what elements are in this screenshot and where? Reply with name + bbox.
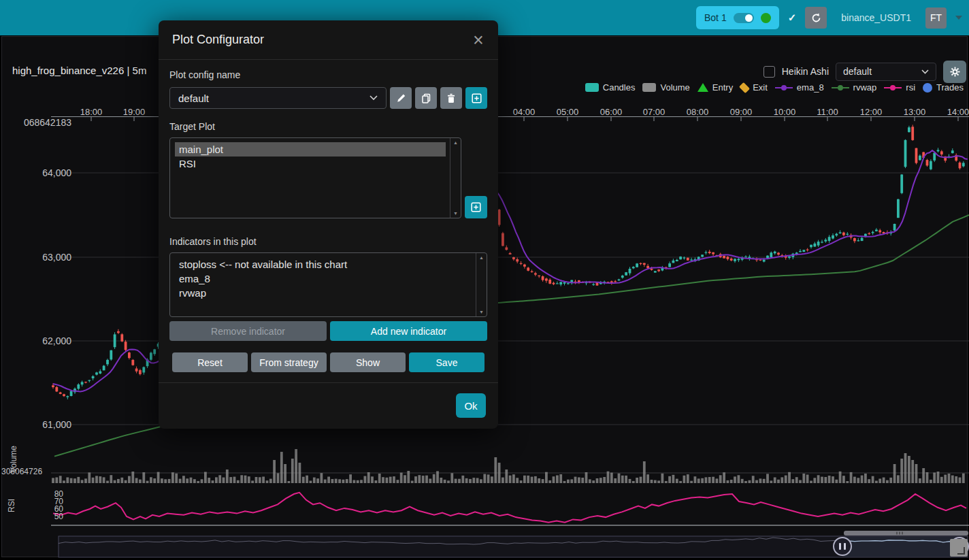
- time-axis-label: 04:00: [513, 107, 536, 117]
- modal-header: Plot Configurator ×: [159, 20, 498, 60]
- save-button[interactable]: Save: [409, 352, 484, 372]
- indicator-option[interactable]: rvwap: [175, 286, 472, 300]
- legend-label: rsi: [906, 82, 915, 93]
- legend-item-rvwap[interactable]: rvwap: [832, 82, 877, 93]
- indicators-label: Indicators in this plot: [169, 236, 487, 248]
- plus-square-icon: [472, 93, 482, 103]
- legend-label: Volume: [660, 82, 689, 93]
- copy-icon: [421, 93, 431, 103]
- pencil-icon: [396, 93, 406, 103]
- price-axis-label: 62,000: [42, 335, 71, 346]
- legend-item-candles[interactable]: Candles: [585, 82, 636, 93]
- chevron-down-icon: [369, 95, 378, 101]
- config-name-select[interactable]: default: [169, 87, 387, 109]
- plot-config-select[interactable]: default: [836, 63, 936, 81]
- config-name-row: default: [169, 87, 487, 109]
- refresh-icon: [810, 12, 822, 24]
- rename-config-button[interactable]: [390, 87, 412, 109]
- time-axis-label: 12:00: [860, 107, 883, 117]
- rvwap-marker-icon: [832, 84, 849, 92]
- legend-label: rvwap: [853, 82, 877, 93]
- time-axis-label: 14:00: [947, 107, 969, 117]
- scroll-down-icon[interactable]: ▼: [453, 211, 458, 216]
- bot-name: Bot 1: [704, 12, 727, 23]
- reset-button[interactable]: Reset: [172, 352, 248, 372]
- time-axis-label: 09:00: [730, 107, 753, 117]
- time-axis-label: 08:00: [687, 107, 709, 117]
- time-axis-label: 11:00: [817, 107, 838, 117]
- rsi-axis-label: 50: [54, 512, 63, 521]
- bot-selector-pill[interactable]: Bot 1: [696, 6, 779, 29]
- target-plot-label: Target Plot: [169, 121, 487, 133]
- indicator-option[interactable]: stoploss <-- not available in this chart: [175, 257, 472, 271]
- indicator-actions-row: Remove indicator Add new indicator: [169, 321, 487, 341]
- rsi-marker-icon: [884, 84, 902, 92]
- indicators-listbox[interactable]: ▲ ▼ stoploss <-- not available in this c…: [169, 252, 487, 317]
- avatar-initials: FT: [930, 12, 942, 23]
- remove-indicator-button[interactable]: Remove indicator: [169, 321, 327, 341]
- heikin-ashi-label: Heikin Ashi: [782, 66, 829, 77]
- target-plot-row: ▲ ▼ main_plotRSI: [169, 137, 487, 218]
- listbox-scrollbar: ▲ ▼: [476, 253, 487, 316]
- target-plot-option[interactable]: main_plot: [175, 142, 446, 157]
- legend-label: Trades: [936, 82, 964, 93]
- add-config-button[interactable]: [465, 87, 487, 109]
- chevron-down-icon[interactable]: [955, 16, 962, 20]
- time-axis-label: 05:00: [557, 107, 579, 117]
- price-axis-label: 63,000: [42, 252, 71, 263]
- chevron-down-icon: [921, 69, 929, 74]
- delete-config-button[interactable]: [440, 87, 462, 109]
- bot-online-dot: [761, 13, 771, 23]
- chart-controls: Heikin Ashi default: [763, 60, 966, 83]
- show-button[interactable]: Show: [330, 352, 406, 372]
- legend-item-volume[interactable]: Volume: [642, 82, 689, 93]
- add-subplot-button[interactable]: [465, 196, 487, 218]
- modal-body: Plot config name default: [159, 60, 498, 372]
- config-actions-row: Reset From strategy Show Save: [172, 352, 484, 372]
- legend-item-rsi[interactable]: rsi: [884, 82, 915, 93]
- time-axis-label: 10:00: [774, 107, 796, 117]
- navigator-scrollbar[interactable]: [844, 531, 968, 536]
- target-plot-listbox[interactable]: ▲ ▼ main_plotRSI: [169, 137, 461, 218]
- ok-button[interactable]: Ok: [456, 393, 486, 418]
- volume-axis-label: 306064726: [1, 467, 42, 476]
- duplicate-config-button[interactable]: [415, 87, 437, 109]
- legend-label: Entry: [712, 82, 733, 93]
- close-icon[interactable]: ×: [467, 29, 490, 52]
- time-axis-label: 13:00: [904, 107, 926, 117]
- time-axis-label: 07:00: [643, 107, 666, 117]
- price-axis-label: 068642183: [24, 117, 71, 128]
- heikin-ashi-checkbox[interactable]: [763, 66, 775, 78]
- legend-item-trades[interactable]: Trades: [923, 82, 964, 93]
- legend-label: ema_8: [797, 82, 824, 93]
- legend-item-entry[interactable]: Entry: [697, 82, 733, 93]
- time-axis-label: 19:00: [123, 107, 146, 117]
- scroll-down-icon[interactable]: ▼: [479, 310, 484, 314]
- user-avatar[interactable]: FT: [925, 7, 947, 29]
- target-plot-option[interactable]: RSI: [175, 157, 446, 171]
- plus-square-icon: [471, 202, 481, 212]
- plot-configurator-button[interactable]: [943, 61, 966, 83]
- listbox-scrollbar: ▲ ▼: [450, 138, 461, 218]
- legend-label: Exit: [753, 82, 768, 93]
- bot-toggle[interactable]: [734, 13, 754, 23]
- account-name: binance_USDT1: [841, 12, 911, 23]
- refresh-button[interactable]: [805, 7, 827, 29]
- scroll-up-icon[interactable]: ▲: [479, 255, 484, 260]
- rsi-axis-title: RSI: [7, 497, 16, 514]
- legend-item-exit[interactable]: Exit: [740, 82, 768, 93]
- from-strategy-button[interactable]: From strategy: [251, 352, 327, 372]
- toggle-knob: [745, 14, 753, 22]
- add-new-indicator-button[interactable]: Add new indicator: [330, 321, 487, 341]
- legend-item-ema_8[interactable]: ema_8: [775, 82, 824, 93]
- price-axis-label: 64,000: [42, 167, 71, 178]
- candles-marker-icon: [585, 83, 599, 92]
- indicator-option[interactable]: ema_8: [175, 271, 472, 286]
- price-axis-label: 61,000: [42, 419, 71, 430]
- scroll-up-icon[interactable]: ▲: [453, 140, 458, 145]
- chart-legend: CandlesVolumeEntryExitema_8rvwaprsiTrade…: [585, 82, 964, 93]
- entry-marker-icon: [697, 83, 708, 92]
- time-axis-label: 18:00: [80, 107, 103, 117]
- check-icon: ✓: [788, 12, 797, 24]
- navigator-left-handle[interactable]: [834, 538, 851, 555]
